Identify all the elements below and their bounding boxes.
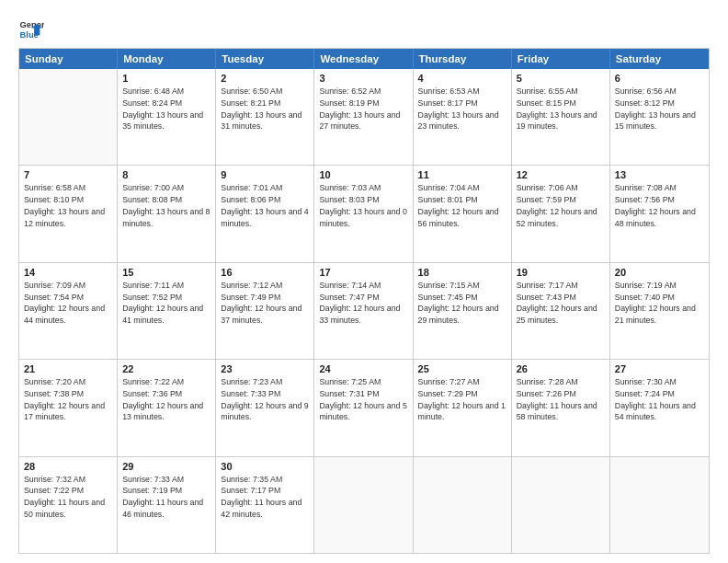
day-info: Sunrise: 7:30 AMSunset: 7:24 PMDaylight:… [615, 376, 704, 423]
weekday-header-saturday: Saturday [610, 49, 709, 69]
day-number: 21 [24, 363, 112, 374]
day-info: Sunrise: 7:00 AMSunset: 8:08 PMDaylight:… [122, 182, 210, 229]
day-info: Sunrise: 7:28 AMSunset: 7:26 PMDaylight:… [517, 376, 605, 423]
calendar-cell-10: 10Sunrise: 7:03 AMSunset: 8:03 PMDayligh… [314, 166, 413, 261]
calendar-cell-16: 16Sunrise: 7:12 AMSunset: 7:49 PMDayligh… [216, 263, 314, 359]
day-info: Sunrise: 7:27 AMSunset: 7:29 PMDaylight:… [418, 376, 506, 423]
day-number: 18 [418, 267, 506, 278]
day-number: 19 [517, 267, 605, 278]
day-info: Sunrise: 7:12 AMSunset: 7:49 PMDaylight:… [221, 280, 309, 327]
calendar-cell-17: 17Sunrise: 7:14 AMSunset: 7:47 PMDayligh… [314, 263, 413, 359]
weekday-header-monday: Monday [118, 49, 216, 69]
day-number: 25 [418, 363, 506, 374]
calendar-body: 1Sunrise: 6:48 AMSunset: 8:24 PMDaylight… [19, 69, 709, 553]
day-number: 4 [418, 73, 506, 84]
day-number: 5 [517, 73, 605, 84]
calendar-cell-28: 28Sunrise: 7:32 AMSunset: 7:22 PMDayligh… [19, 457, 118, 553]
calendar-cell-8: 8Sunrise: 7:00 AMSunset: 8:08 PMDaylight… [118, 166, 216, 261]
day-info: Sunrise: 7:20 AMSunset: 7:38 PMDaylight:… [24, 376, 112, 423]
day-info: Sunrise: 7:01 AMSunset: 8:06 PMDaylight:… [221, 182, 309, 229]
day-number: 3 [319, 73, 407, 84]
day-number: 13 [615, 169, 704, 180]
day-info: Sunrise: 7:33 AMSunset: 7:19 PMDaylight:… [122, 474, 210, 521]
svg-text:General: General [20, 20, 44, 29]
day-number: 10 [319, 169, 407, 180]
day-info: Sunrise: 6:52 AMSunset: 8:19 PMDaylight:… [319, 86, 407, 132]
calendar-row-4: 28Sunrise: 7:32 AMSunset: 7:22 PMDayligh… [19, 456, 709, 553]
calendar-row-1: 7Sunrise: 6:58 AMSunset: 8:10 PMDaylight… [19, 165, 709, 261]
calendar-row-2: 14Sunrise: 7:09 AMSunset: 7:54 PMDayligh… [19, 262, 709, 359]
day-number: 30 [221, 461, 309, 472]
calendar-cell-2: 2Sunrise: 6:50 AMSunset: 8:21 PMDaylight… [216, 69, 314, 165]
weekday-header-sunday: Sunday [19, 49, 118, 69]
day-info: Sunrise: 6:56 AMSunset: 8:12 PMDaylight:… [615, 86, 704, 132]
calendar-cell-11: 11Sunrise: 7:04 AMSunset: 8:01 PMDayligh… [414, 166, 512, 261]
day-number: 24 [319, 363, 407, 374]
day-info: Sunrise: 7:11 AMSunset: 7:52 PMDaylight:… [122, 280, 210, 327]
calendar-cell-empty-4-5 [512, 457, 610, 553]
calendar-row-3: 21Sunrise: 7:20 AMSunset: 7:38 PMDayligh… [19, 359, 709, 455]
day-info: Sunrise: 7:08 AMSunset: 7:56 PMDaylight:… [615, 182, 704, 229]
calendar-cell-9: 9Sunrise: 7:01 AMSunset: 8:06 PMDaylight… [216, 166, 314, 261]
day-info: Sunrise: 6:58 AMSunset: 8:10 PMDaylight:… [24, 182, 112, 229]
calendar-cell-27: 27Sunrise: 7:30 AMSunset: 7:24 PMDayligh… [610, 360, 709, 455]
calendar-cell-15: 15Sunrise: 7:11 AMSunset: 7:52 PMDayligh… [118, 263, 216, 359]
day-number: 20 [615, 267, 704, 278]
page: General Blue SundayMondayTuesdayWednesda… [0, 0, 728, 563]
day-number: 28 [24, 461, 112, 472]
calendar-cell-26: 26Sunrise: 7:28 AMSunset: 7:26 PMDayligh… [512, 360, 610, 455]
calendar-cell-empty-4-6 [610, 457, 709, 553]
calendar-cell-24: 24Sunrise: 7:25 AMSunset: 7:31 PMDayligh… [314, 360, 413, 455]
calendar-cell-7: 7Sunrise: 6:58 AMSunset: 8:10 PMDaylight… [19, 166, 118, 261]
day-info: Sunrise: 7:04 AMSunset: 8:01 PMDaylight:… [418, 182, 506, 229]
day-number: 27 [615, 363, 704, 374]
day-info: Sunrise: 7:06 AMSunset: 7:59 PMDaylight:… [517, 182, 605, 229]
day-info: Sunrise: 7:09 AMSunset: 7:54 PMDaylight:… [24, 280, 112, 327]
day-number: 29 [122, 461, 210, 472]
calendar-cell-13: 13Sunrise: 7:08 AMSunset: 7:56 PMDayligh… [610, 166, 709, 261]
calendar-cell-29: 29Sunrise: 7:33 AMSunset: 7:19 PMDayligh… [118, 457, 216, 553]
day-info: Sunrise: 7:03 AMSunset: 8:03 PMDaylight:… [319, 182, 407, 229]
calendar-cell-empty-4-4 [414, 457, 512, 553]
day-info: Sunrise: 7:25 AMSunset: 7:31 PMDaylight:… [319, 376, 407, 423]
day-info: Sunrise: 6:48 AMSunset: 8:24 PMDaylight:… [122, 86, 210, 132]
calendar-cell-5: 5Sunrise: 6:55 AMSunset: 8:15 PMDaylight… [512, 69, 610, 165]
day-info: Sunrise: 7:19 AMSunset: 7:40 PMDaylight:… [615, 280, 704, 327]
day-number: 23 [221, 363, 309, 374]
day-number: 6 [615, 73, 704, 84]
calendar-cell-30: 30Sunrise: 7:35 AMSunset: 7:17 PMDayligh… [216, 457, 314, 553]
day-info: Sunrise: 6:50 AMSunset: 8:21 PMDaylight:… [221, 86, 309, 132]
calendar-cell-14: 14Sunrise: 7:09 AMSunset: 7:54 PMDayligh… [19, 263, 118, 359]
header: General Blue [18, 17, 710, 42]
day-info: Sunrise: 7:14 AMSunset: 7:47 PMDaylight:… [319, 280, 407, 327]
day-number: 14 [24, 267, 112, 278]
weekday-header-wednesday: Wednesday [314, 49, 413, 69]
calendar-cell-25: 25Sunrise: 7:27 AMSunset: 7:29 PMDayligh… [414, 360, 512, 455]
calendar-header: SundayMondayTuesdayWednesdayThursdayFrid… [19, 49, 709, 69]
day-number: 7 [24, 169, 112, 180]
day-number: 16 [221, 267, 309, 278]
calendar-cell-6: 6Sunrise: 6:56 AMSunset: 8:12 PMDaylight… [610, 69, 709, 165]
day-number: 11 [418, 169, 506, 180]
logo: General Blue [18, 17, 48, 42]
calendar-cell-18: 18Sunrise: 7:15 AMSunset: 7:45 PMDayligh… [414, 263, 512, 359]
weekday-header-friday: Friday [512, 49, 610, 69]
day-number: 17 [319, 267, 407, 278]
day-info: Sunrise: 7:15 AMSunset: 7:45 PMDaylight:… [418, 280, 506, 327]
day-info: Sunrise: 7:22 AMSunset: 7:36 PMDaylight:… [122, 376, 210, 423]
weekday-header-thursday: Thursday [414, 49, 512, 69]
day-info: Sunrise: 7:35 AMSunset: 7:17 PMDaylight:… [221, 474, 309, 521]
day-number: 22 [122, 363, 210, 374]
day-info: Sunrise: 6:53 AMSunset: 8:17 PMDaylight:… [418, 86, 506, 132]
day-number: 1 [122, 73, 210, 84]
day-info: Sunrise: 7:17 AMSunset: 7:43 PMDaylight:… [517, 280, 605, 327]
calendar-cell-4: 4Sunrise: 6:53 AMSunset: 8:17 PMDaylight… [414, 69, 512, 165]
calendar-cell-23: 23Sunrise: 7:23 AMSunset: 7:33 PMDayligh… [216, 360, 314, 455]
calendar-cell-22: 22Sunrise: 7:22 AMSunset: 7:36 PMDayligh… [118, 360, 216, 455]
logo-icon: General Blue [18, 17, 44, 42]
calendar-cell-3: 3Sunrise: 6:52 AMSunset: 8:19 PMDaylight… [314, 69, 413, 165]
calendar-cell-21: 21Sunrise: 7:20 AMSunset: 7:38 PMDayligh… [19, 360, 118, 455]
day-number: 2 [221, 73, 309, 84]
day-number: 12 [517, 169, 605, 180]
calendar-row-0: 1Sunrise: 6:48 AMSunset: 8:24 PMDaylight… [19, 69, 709, 165]
